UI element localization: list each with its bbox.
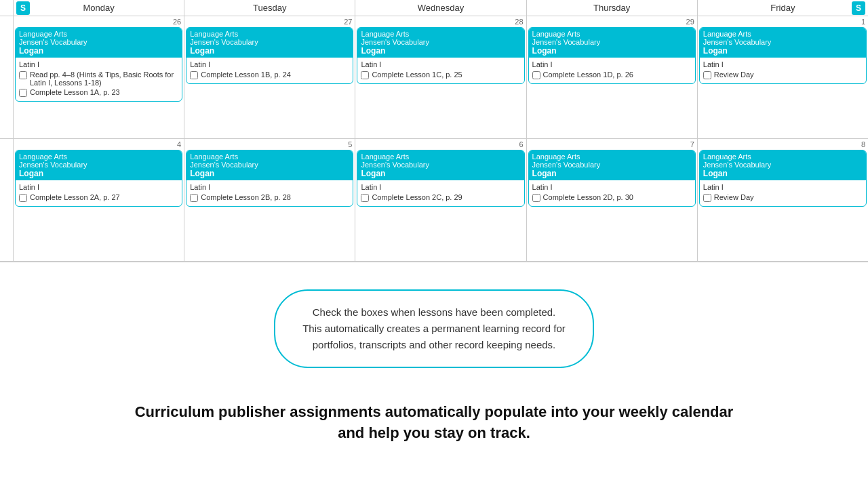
week2-row-number [0, 139, 14, 261]
s-right-button[interactable]: S [852, 1, 865, 15]
week2-friday-card-body: Latin I Review Day [700, 180, 866, 206]
week1-monday-card: Language Arts Jensen's Vocabulary Logan … [15, 27, 182, 102]
week2-thursday-date: 7 [527, 139, 697, 148]
week1-wednesday-task-1: Complete Lesson 1C, p. 25 [361, 70, 520, 79]
week2-wednesday-task1-checkbox[interactable] [361, 194, 369, 202]
week2-tuesday-task1-checkbox[interactable] [190, 194, 198, 202]
week2-monday-date: 4 [14, 139, 184, 148]
week2-thursday-card-body: Latin I Complete Lesson 2D, p. 30 [529, 180, 695, 206]
week1-monday-task2-label: Complete Lesson 1A, p. 23 [30, 88, 120, 96]
week1-thursday-latin: Latin I [532, 60, 692, 68]
week2-thursday-student: Logan [532, 169, 692, 178]
week1-friday-card: Language Arts Jensen's Vocabulary Logan … [699, 27, 867, 84]
week2-monday-task-1: Complete Lesson 2A, p. 27 [19, 193, 178, 202]
week1-tuesday-task1-label: Complete Lesson 1B, p. 24 [201, 70, 291, 79]
friday-label: Friday [770, 3, 795, 13]
week1-monday-task-1: Read pp. 4–8 (Hints & Tips, Basic Roots … [19, 70, 178, 87]
week2-monday-curriculum: Jensen's Vocabulary [19, 161, 178, 169]
week2-friday-subject: Language Arts [703, 152, 863, 161]
week1-tuesday-task-1: Complete Lesson 1B, p. 24 [190, 70, 349, 79]
week1-wednesday-card-body: Latin I Complete Lesson 1C, p. 25 [357, 58, 524, 83]
week2-thursday-curriculum: Jensen's Vocabulary [532, 161, 692, 169]
week1-tuesday-date: 27 [184, 16, 355, 26]
week2-friday-task1-label: Review Day [714, 193, 754, 201]
week1-monday-cell: 26 Language Arts Jensen's Vocabulary Log… [14, 16, 184, 138]
week1-friday-latin: Latin I [703, 60, 863, 68]
info-section: Check the boxes when lessons have been c… [0, 262, 868, 382]
week1-thursday-cell: 29 Language Arts Jensen's Vocabulary Log… [527, 16, 698, 138]
week2-thursday-card-header: Language Arts Jensen's Vocabulary Logan [529, 150, 695, 180]
week1-monday-task2-checkbox[interactable] [19, 89, 27, 97]
week2-tuesday-student: Logan [190, 169, 349, 178]
week2-tuesday-date: 5 [184, 139, 355, 148]
week1-tuesday-curriculum: Jensen's Vocabulary [190, 38, 349, 46]
week1-wednesday-subject: Language Arts [361, 30, 520, 38]
week1-thursday-task1-checkbox[interactable] [532, 71, 540, 79]
week2-monday-card: Language Arts Jensen's Vocabulary Logan … [15, 150, 182, 207]
week1-monday-date: 26 [14, 16, 184, 26]
week2-tuesday-cell: 5 Language Arts Jensen's Vocabulary Loga… [184, 139, 355, 261]
week1-monday-subject: Language Arts [19, 30, 178, 38]
week1-tuesday-task1-checkbox[interactable] [190, 71, 198, 79]
week1-thursday-curriculum: Jensen's Vocabulary [532, 38, 692, 46]
week1-thursday-task1-label: Complete Lesson 1D, p. 26 [543, 70, 633, 79]
header-wednesday: Wednesday [355, 0, 526, 16]
week2-wednesday-date: 6 [355, 139, 526, 148]
tuesday-label: Tuesday [253, 3, 286, 13]
week2-tuesday-card-header: Language Arts Jensen's Vocabulary Logan [186, 150, 353, 180]
week2-friday-cell: 8 Language Arts Jensen's Vocabulary Loga… [698, 139, 868, 261]
week2-friday-student: Logan [703, 169, 863, 178]
header-monday: S Monday [14, 0, 184, 16]
week1-wednesday-student: Logan [361, 46, 520, 56]
week1-thursday-date: 29 [527, 16, 697, 26]
week2-monday-latin: Latin I [19, 183, 178, 191]
week1-thursday-task-1: Complete Lesson 1D, p. 26 [532, 70, 692, 79]
info-bubble-text: Check the boxes when lessons have been c… [302, 306, 566, 350]
monday-label: Monday [83, 3, 114, 13]
wednesday-label: Wednesday [418, 3, 464, 13]
header-spacer [0, 0, 14, 16]
week2-wednesday-task1-label: Complete Lesson 2C, p. 29 [372, 193, 462, 201]
week1-friday-student: Logan [703, 46, 863, 56]
week2-wednesday-student: Logan [361, 169, 520, 178]
week2-tuesday-subject: Language Arts [190, 152, 349, 161]
week2-wednesday-card-body: Latin I Complete Lesson 2C, p. 29 [357, 180, 524, 206]
week1-friday-task-1: Review Day [703, 70, 863, 79]
week2-thursday-latin: Latin I [532, 183, 692, 191]
header-friday: Friday S [698, 0, 868, 16]
s-left-button[interactable]: S [16, 1, 30, 15]
week1-row-number [0, 16, 14, 138]
bottom-text: Curriculum publisher assignments automat… [129, 402, 739, 444]
calendar: S Monday Tuesday Wednesday Thursday Frid… [0, 0, 868, 262]
week2-wednesday-task-1: Complete Lesson 2C, p. 29 [361, 193, 520, 202]
week1-tuesday-cell: 27 Language Arts Jensen's Vocabulary Log… [184, 16, 355, 138]
week1-tuesday-latin: Latin I [190, 60, 349, 68]
week1-wednesday-cell: 28 Language Arts Jensen's Vocabulary Log… [355, 16, 526, 138]
week1-thursday-student: Logan [532, 46, 692, 56]
thursday-label: Thursday [593, 3, 630, 13]
week2-monday-task1-checkbox[interactable] [19, 194, 27, 202]
week1-monday-card-body: Latin I Read pp. 4–8 (Hints & Tips, Basi… [16, 58, 182, 101]
week1-tuesday-card-body: Latin I Complete Lesson 1B, p. 24 [186, 58, 353, 83]
week1-friday-task1-checkbox[interactable] [703, 71, 711, 79]
week2-friday-task1-checkbox[interactable] [703, 194, 711, 202]
week2-wednesday-subject: Language Arts [361, 152, 520, 161]
week1-wednesday-card-header: Language Arts Jensen's Vocabulary Logan [357, 28, 524, 58]
day-headers-row: S Monday Tuesday Wednesday Thursday Frid… [0, 0, 868, 16]
week1-friday-subject: Language Arts [703, 30, 863, 38]
week2-friday-card-header: Language Arts Jensen's Vocabulary Logan [700, 150, 866, 180]
week1-friday-card-body: Latin I Review Day [700, 58, 866, 83]
week2-monday-subject: Language Arts [19, 152, 178, 161]
week2-wednesday-cell: 6 Language Arts Jensen's Vocabulary Loga… [355, 139, 526, 261]
week1-monday-task1-checkbox[interactable] [19, 71, 27, 79]
week2-friday-date: 8 [698, 139, 868, 148]
week2-friday-card: Language Arts Jensen's Vocabulary Logan … [699, 150, 867, 207]
week2-wednesday-curriculum: Jensen's Vocabulary [361, 161, 520, 169]
week1-friday-cell: 1 Language Arts Jensen's Vocabulary Loga… [698, 16, 868, 138]
week1-wednesday-task1-checkbox[interactable] [361, 71, 369, 79]
week2-wednesday-latin: Latin I [361, 183, 520, 191]
week1-wednesday-card: Language Arts Jensen's Vocabulary Logan … [357, 27, 524, 84]
week1-monday-curriculum: Jensen's Vocabulary [19, 38, 178, 46]
week2-monday-card-header: Language Arts Jensen's Vocabulary Logan [16, 150, 182, 180]
week2-thursday-task1-checkbox[interactable] [532, 194, 540, 202]
